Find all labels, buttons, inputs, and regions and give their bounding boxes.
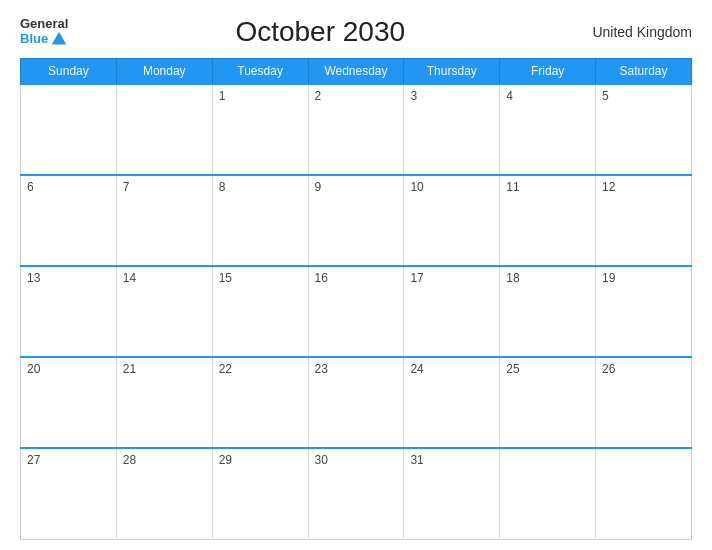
calendar-cell: 2	[308, 84, 404, 175]
calendar-cell: 13	[21, 266, 117, 357]
table-row: 13141516171819	[21, 266, 692, 357]
day-number: 28	[123, 453, 136, 467]
calendar-cell: 30	[308, 448, 404, 539]
day-number: 21	[123, 362, 136, 376]
day-number: 2	[315, 89, 322, 103]
calendar-header-row: Sunday Monday Tuesday Wednesday Thursday…	[21, 59, 692, 85]
calendar-cell: 17	[404, 266, 500, 357]
day-number: 22	[219, 362, 232, 376]
day-number: 3	[410, 89, 417, 103]
day-number: 6	[27, 180, 34, 194]
calendar-cell: 24	[404, 357, 500, 448]
table-row: 20212223242526	[21, 357, 692, 448]
calendar-body: 1234567891011121314151617181920212223242…	[21, 84, 692, 540]
logo-general-text: General	[20, 17, 68, 30]
calendar-cell	[596, 448, 692, 539]
logo-blue-text: Blue	[20, 32, 48, 45]
day-number: 14	[123, 271, 136, 285]
day-number: 4	[506, 89, 513, 103]
calendar-cell: 31	[404, 448, 500, 539]
day-number: 25	[506, 362, 519, 376]
day-number: 20	[27, 362, 40, 376]
calendar-cell: 21	[116, 357, 212, 448]
calendar-cell: 23	[308, 357, 404, 448]
calendar-cell: 12	[596, 175, 692, 266]
day-number: 19	[602, 271, 615, 285]
calendar-cell: 15	[212, 266, 308, 357]
calendar-cell: 6	[21, 175, 117, 266]
col-sunday: Sunday	[21, 59, 117, 85]
day-number: 7	[123, 180, 130, 194]
calendar-cell: 5	[596, 84, 692, 175]
logo: General Blue	[20, 17, 68, 48]
calendar-cell: 10	[404, 175, 500, 266]
col-tuesday: Tuesday	[212, 59, 308, 85]
calendar-cell: 19	[596, 266, 692, 357]
day-number: 9	[315, 180, 322, 194]
calendar-cell: 9	[308, 175, 404, 266]
calendar-cell	[116, 84, 212, 175]
logo-icon	[50, 30, 68, 48]
calendar-cell: 14	[116, 266, 212, 357]
calendar-page: General Blue October 2030 United Kingdom…	[0, 0, 712, 550]
day-number: 17	[410, 271, 423, 285]
col-monday: Monday	[116, 59, 212, 85]
day-number: 27	[27, 453, 40, 467]
calendar-cell: 22	[212, 357, 308, 448]
calendar-title: October 2030	[68, 16, 572, 48]
col-thursday: Thursday	[404, 59, 500, 85]
calendar-cell	[21, 84, 117, 175]
day-number: 26	[602, 362, 615, 376]
calendar-cell: 4	[500, 84, 596, 175]
calendar-cell: 25	[500, 357, 596, 448]
svg-marker-0	[52, 31, 66, 44]
calendar-cell: 7	[116, 175, 212, 266]
table-row: 12345	[21, 84, 692, 175]
calendar-cell	[500, 448, 596, 539]
calendar-cell: 27	[21, 448, 117, 539]
day-number: 23	[315, 362, 328, 376]
calendar-cell: 18	[500, 266, 596, 357]
table-row: 6789101112	[21, 175, 692, 266]
calendar-table: Sunday Monday Tuesday Wednesday Thursday…	[20, 58, 692, 540]
col-wednesday: Wednesday	[308, 59, 404, 85]
day-number: 8	[219, 180, 226, 194]
calendar-cell: 16	[308, 266, 404, 357]
table-row: 2728293031	[21, 448, 692, 539]
calendar-cell: 20	[21, 357, 117, 448]
calendar-cell: 28	[116, 448, 212, 539]
day-number: 10	[410, 180, 423, 194]
day-number: 5	[602, 89, 609, 103]
day-number: 18	[506, 271, 519, 285]
day-number: 24	[410, 362, 423, 376]
day-number: 16	[315, 271, 328, 285]
day-number: 31	[410, 453, 423, 467]
region-label: United Kingdom	[572, 24, 692, 40]
calendar-cell: 29	[212, 448, 308, 539]
calendar-cell: 26	[596, 357, 692, 448]
day-number: 30	[315, 453, 328, 467]
calendar-cell: 3	[404, 84, 500, 175]
day-number: 29	[219, 453, 232, 467]
calendar-header: General Blue October 2030 United Kingdom	[20, 16, 692, 48]
day-number: 1	[219, 89, 226, 103]
col-saturday: Saturday	[596, 59, 692, 85]
col-friday: Friday	[500, 59, 596, 85]
calendar-cell: 1	[212, 84, 308, 175]
day-number: 12	[602, 180, 615, 194]
day-number: 13	[27, 271, 40, 285]
day-number: 11	[506, 180, 519, 194]
day-number: 15	[219, 271, 232, 285]
calendar-cell: 8	[212, 175, 308, 266]
calendar-cell: 11	[500, 175, 596, 266]
